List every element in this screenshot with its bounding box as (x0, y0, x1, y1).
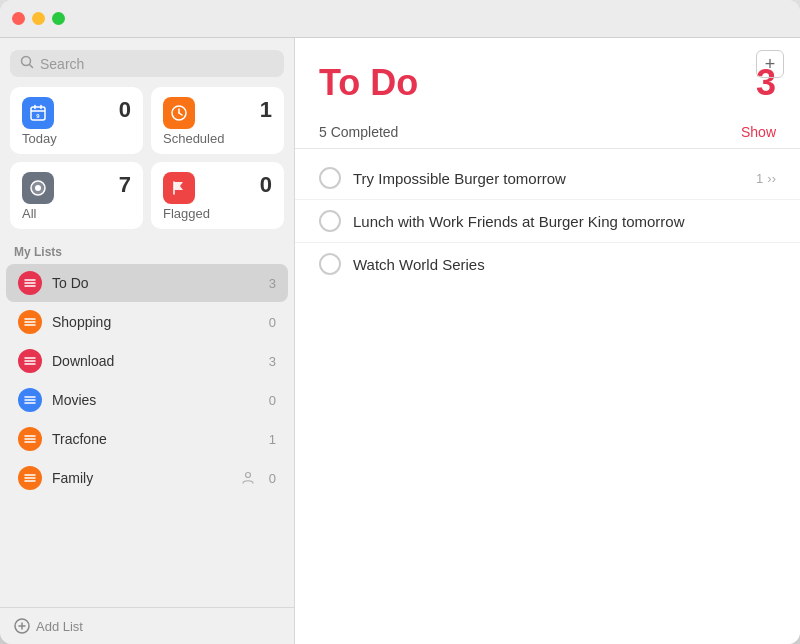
todo-list-name: To Do (52, 275, 259, 291)
fullscreen-button[interactable] (52, 12, 65, 25)
today-count: 0 (119, 97, 131, 123)
svg-point-11 (35, 185, 41, 191)
list-item-shopping[interactable]: Shopping 0 (6, 303, 288, 341)
search-icon (20, 55, 34, 72)
download-list-name: Download (52, 353, 259, 369)
download-list-icon (18, 349, 42, 373)
task-sub-count-1: 1 (756, 171, 763, 186)
svg-line-9 (179, 113, 182, 115)
tracfone-list-name: Tracfone (52, 431, 259, 447)
todo-list-icon (18, 271, 42, 295)
main-area: + To Do 3 5 Completed Show Try Impossibl… (295, 38, 800, 644)
all-label: All (22, 206, 131, 221)
task-name-2: Lunch with Work Friends at Burger King t… (353, 213, 776, 230)
shopping-list-icon (18, 310, 42, 334)
task-circle-3[interactable] (319, 253, 341, 275)
movies-list-count: 0 (269, 393, 276, 408)
main-header: To Do 3 (295, 38, 800, 116)
my-lists-label: My Lists (0, 239, 294, 263)
tasks-list: Try Impossible Burger tomorrow 1 ›› Lunc… (295, 149, 800, 644)
scheduled-label: Scheduled (163, 131, 272, 146)
task-item-2[interactable]: Lunch with Work Friends at Burger King t… (295, 200, 800, 243)
titlebar (0, 0, 800, 38)
svg-line-1 (30, 65, 33, 68)
todo-list-count: 3 (269, 276, 276, 291)
main-title: To Do (319, 62, 418, 104)
close-button[interactable] (12, 12, 25, 25)
list-item-download[interactable]: Download 3 (6, 342, 288, 380)
list-item-tracfone[interactable]: Tracfone 1 (6, 420, 288, 458)
task-item[interactable]: Try Impossible Burger tomorrow 1 ›› (295, 157, 800, 200)
task-circle-2[interactable] (319, 210, 341, 232)
smart-list-all[interactable]: 7 All (10, 162, 143, 229)
shopping-list-count: 0 (269, 315, 276, 330)
smart-list-scheduled[interactable]: 1 Scheduled (151, 87, 284, 154)
task-meta-1: 1 ›› (756, 171, 776, 186)
today-icon: 9 (22, 97, 54, 129)
family-list-name: Family (52, 470, 231, 486)
svg-text:9: 9 (36, 113, 40, 119)
task-name-1: Try Impossible Burger tomorrow (353, 170, 744, 187)
list-items: To Do 3 Shopping 0 (0, 263, 294, 607)
family-person-icon (241, 470, 255, 487)
search-bar[interactable]: Search (10, 50, 284, 77)
family-list-icon (18, 466, 42, 490)
completed-text: 5 Completed (319, 124, 398, 140)
add-task-button[interactable]: + (756, 50, 784, 78)
smart-list-flagged[interactable]: 0 Flagged (151, 162, 284, 229)
search-placeholder: Search (40, 56, 84, 72)
tracfone-list-icon (18, 427, 42, 451)
minimize-button[interactable] (32, 12, 45, 25)
list-item-movies[interactable]: Movies 0 (6, 381, 288, 419)
task-item-3[interactable]: Watch World Series (295, 243, 800, 285)
flagged-count: 0 (260, 172, 272, 198)
movies-list-icon (18, 388, 42, 412)
main-content: Search 9 (0, 38, 800, 644)
smart-lists: 9 0 Today (0, 87, 294, 239)
movies-list-name: Movies (52, 392, 259, 408)
shopping-list-name: Shopping (52, 314, 259, 330)
completed-bar: 5 Completed Show (295, 116, 800, 149)
scheduled-icon (163, 97, 195, 129)
add-list-button[interactable]: Add List (0, 607, 294, 644)
app-window: Search 9 (0, 0, 800, 644)
all-icon (22, 172, 54, 204)
scheduled-count: 1 (260, 97, 272, 123)
flagged-label: Flagged (163, 206, 272, 221)
chevron-right-icon-1: ›› (767, 171, 776, 186)
all-count: 7 (119, 172, 131, 198)
add-icon (14, 618, 30, 634)
family-list-count: 0 (269, 471, 276, 486)
sidebar: Search 9 (0, 38, 295, 644)
smart-list-today[interactable]: 9 0 Today (10, 87, 143, 154)
tracfone-list-count: 1 (269, 432, 276, 447)
list-item-todo[interactable]: To Do 3 (6, 264, 288, 302)
today-label: Today (22, 131, 131, 146)
task-name-3: Watch World Series (353, 256, 776, 273)
show-completed-button[interactable]: Show (741, 124, 776, 140)
traffic-lights (12, 12, 65, 25)
task-circle-1[interactable] (319, 167, 341, 189)
flagged-icon (163, 172, 195, 204)
add-list-label: Add List (36, 619, 83, 634)
list-item-family[interactable]: Family 0 (6, 459, 288, 497)
download-list-count: 3 (269, 354, 276, 369)
svg-point-30 (245, 472, 250, 477)
